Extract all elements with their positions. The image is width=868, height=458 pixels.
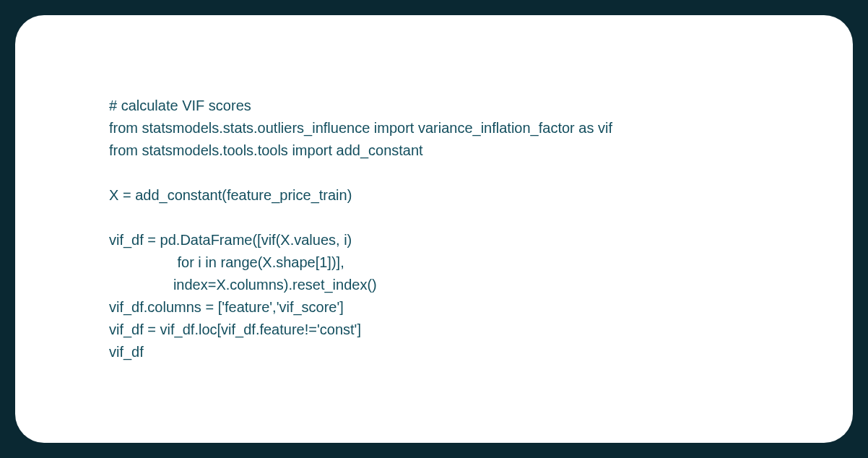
code-line: # calculate VIF scores — [109, 98, 251, 113]
code-line: vif_df.columns = ['feature','vif_score'] — [109, 299, 344, 315]
code-card: # calculate VIF scores from statsmodels.… — [15, 15, 853, 443]
code-line: index=X.columns).reset_index() — [109, 277, 377, 293]
code-block: # calculate VIF scores from statsmodels.… — [109, 95, 612, 363]
code-line: from statsmodels.tools.tools import add_… — [109, 142, 423, 158]
code-line: vif_df — [109, 344, 144, 360]
code-line: for i in range(X.shape[1])], — [109, 254, 344, 270]
code-line: vif_df = pd.DataFrame([vif(X.values, i) — [109, 232, 352, 248]
code-line: from statsmodels.stats.outliers_influenc… — [109, 120, 612, 136]
code-line: X = add_constant(feature_price_train) — [109, 187, 352, 203]
code-line: vif_df = vif_df.loc[vif_df.feature!='con… — [109, 321, 361, 337]
